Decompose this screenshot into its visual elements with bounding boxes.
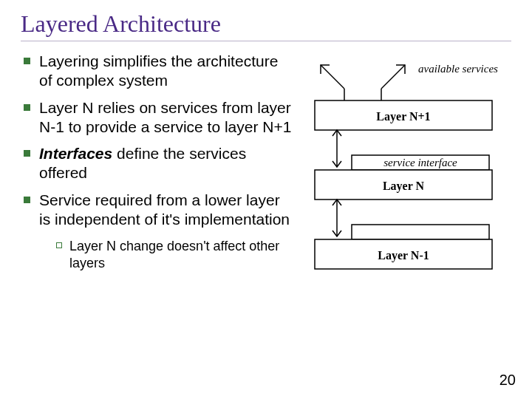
slide-title: Layered Architecture bbox=[21, 10, 511, 38]
layer-label-bot: Layer N-1 bbox=[378, 249, 429, 262]
bullet-square-icon bbox=[24, 150, 30, 157]
available-services-label: available services bbox=[418, 63, 498, 75]
layer-label-mid: Layer N bbox=[383, 180, 425, 193]
bullet-emph: Interfaces bbox=[39, 145, 112, 162]
svg-line-1 bbox=[381, 65, 405, 89]
service-interface-label: service interface bbox=[383, 157, 457, 168]
title-rule bbox=[21, 41, 511, 41]
fan-arrow-left-icon bbox=[321, 65, 344, 89]
layer-diagram: available services Layer N+1 service int… bbox=[307, 58, 507, 287]
sub-bullet-square-icon bbox=[56, 242, 62, 248]
bullet-square-icon bbox=[24, 197, 30, 203]
fan-arrow-right-icon bbox=[381, 65, 405, 89]
sub-bullet-list: Layer N change doesn't affect other laye… bbox=[21, 238, 294, 271]
bullet-text: Interfaces define the services offered bbox=[39, 144, 294, 183]
sub-bullet-item: Layer N change doesn't affect other laye… bbox=[56, 238, 294, 271]
svg-line-0 bbox=[321, 65, 344, 89]
bullet-item: Layer N relies on services from layer N-… bbox=[21, 98, 294, 137]
bullet-item: Interfaces define the services offered bbox=[21, 144, 294, 183]
bullet-item: Layering simplifies the architecture of … bbox=[21, 52, 294, 91]
bullet-text: Layer N relies on services from layer N-… bbox=[39, 98, 294, 137]
page-number: 20 bbox=[499, 372, 516, 389]
double-arrow-icon bbox=[332, 200, 341, 236]
interface-stub-box bbox=[352, 225, 489, 239]
sub-bullet-text: Layer N change doesn't affect other laye… bbox=[69, 238, 294, 271]
bullet-item: Service required from a lower layer is i… bbox=[21, 191, 294, 230]
diagram-svg: available services Layer N+1 service int… bbox=[307, 58, 499, 287]
bullet-square-icon bbox=[24, 58, 30, 64]
bullet-list: Layering simplifies the architecture of … bbox=[21, 52, 294, 287]
layer-label-top: Layer N+1 bbox=[376, 110, 430, 123]
double-arrow-icon bbox=[332, 130, 341, 167]
bullet-text: Layering simplifies the architecture of … bbox=[39, 52, 294, 91]
bullet-square-icon bbox=[24, 104, 30, 111]
bullet-text: Service required from a lower layer is i… bbox=[39, 191, 294, 230]
content-grid: Layering simplifies the architecture of … bbox=[21, 52, 511, 287]
